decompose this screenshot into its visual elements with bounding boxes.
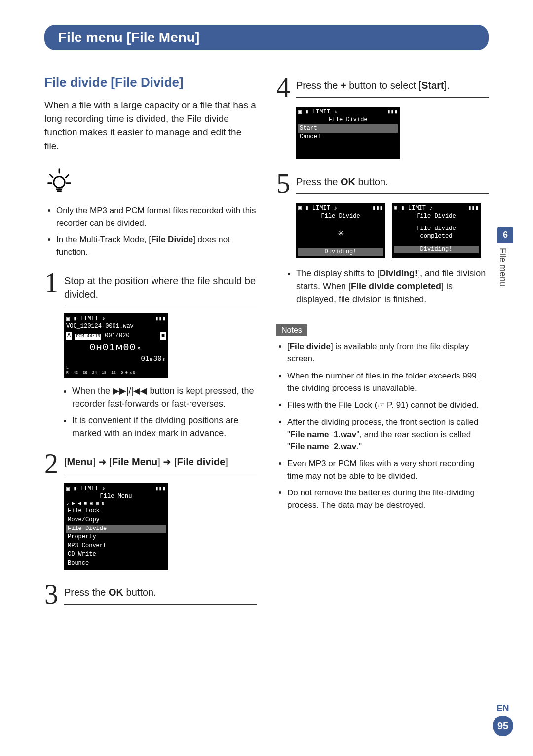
notes-list: [File divide] is available only from the…: [276, 341, 489, 512]
section-title: File divide [File Divide]: [44, 75, 257, 90]
lcd-menu-title: File Divide: [394, 213, 479, 221]
intro-paragraph: When a file with a large capacity or a f…: [44, 98, 257, 152]
step-text: Stop at the position where the file shou…: [64, 274, 257, 301]
battery-icon: ▮▮▮: [387, 109, 398, 116]
step-number: 4: [276, 75, 290, 100]
step-text: [Menu] ➜ [File Menu] ➜ [File divide]: [64, 455, 257, 469]
step-rule: [64, 306, 257, 306]
side-tab: 6 File menu: [497, 227, 513, 287]
lcd-screen-filedivide-select: ▣ ▮ LIMIT ♪▮▮▮ File Divide StartCancel: [296, 107, 400, 159]
language-label: EN: [493, 703, 513, 714]
lcd-menu-title: File Divide: [298, 116, 398, 124]
battery-icon: ▮▮▮: [155, 485, 166, 493]
note-item: After the dividing process, the front se…: [287, 416, 489, 453]
lcd-menu-item: Start: [298, 124, 398, 133]
chapter-number: 6: [497, 227, 513, 243]
lcd-status-text: Dividing!: [394, 246, 479, 254]
lightbulb-icon: [44, 166, 74, 196]
lcd-completed-msg: File divide completed: [394, 225, 479, 240]
step-1: 1 Stop at the position where the file sh…: [44, 270, 257, 306]
step-text: Press the OK button.: [64, 586, 257, 599]
notes-label: Notes: [276, 324, 307, 336]
lcd-menu-title: File Menu: [66, 493, 166, 501]
step1-notes: When the ▶▶|/|◀◀ button is kept pressed,…: [44, 384, 257, 440]
tip-item: In the Multi-Track Mode, [File Divide] d…: [56, 234, 257, 258]
lcd-status-icons: ▣ ▮ LIMIT ♪: [298, 205, 337, 213]
step-number: 3: [44, 582, 58, 606]
step-subnote: It is convenient if the dividing positio…: [72, 414, 257, 440]
lcd-playback-mode: A: [66, 332, 72, 340]
left-column: File divide [File Divide] When a file wi…: [44, 65, 257, 609]
step-2: 2 [Menu] ➜ [File Menu] ➜ [File divide]: [44, 452, 257, 476]
tip-item: Only the MP3 and PCM format files record…: [56, 205, 257, 229]
lcd-menu-item: File Lock: [66, 507, 166, 516]
lcd-status-icons: ▣ ▮ LIMIT ♪: [394, 205, 433, 213]
battery-icon: ▮▮▮: [155, 315, 166, 323]
step-text: Press the + button to select [Start].: [296, 79, 489, 92]
note-item: Even MP3 or PCM files with a very short …: [287, 458, 489, 482]
lcd-filename: VOC_120124-0001.wav: [66, 323, 166, 331]
step-number: 1: [44, 270, 58, 295]
side-chapter-label: File menu: [497, 248, 508, 287]
lcd-status-icons: ▣ ▮ LIMIT ♪: [66, 485, 105, 493]
step5-notes: The display shifts to [Dividing!], and f…: [276, 267, 489, 305]
lcd-screen-filemenu: ▣ ▮ LIMIT ♪▮▮▮ File Menu ♪ ▶ ◀ ■ ▣ ▦ ⇅ F…: [64, 483, 168, 569]
note-item: [File divide] is available only from the…: [287, 341, 489, 365]
note-item: When the number of files in the folder e…: [287, 370, 489, 394]
step-rule: [64, 474, 257, 474]
lcd-elapsed-time: 0ʜ01ᴍ00ₛ: [66, 341, 166, 354]
lcd-menu-item: MP3 Convert: [66, 542, 166, 551]
step-3: 3 Press the OK button.: [44, 582, 257, 606]
svg-point-0: [54, 177, 65, 188]
lcd-menu-item: CD Write: [66, 550, 166, 559]
step-number: 2: [44, 452, 58, 476]
lcd-screen-divide-completed: ▣ ▮ LIMIT ♪▮▮▮ File Divide File divide c…: [392, 203, 481, 258]
lcd-index: 001/020: [105, 332, 129, 339]
step-5: 5 Press the OK button.: [276, 171, 489, 196]
lcd-status-text: Dividing!: [298, 248, 383, 256]
tips-list: Only the MP3 and PCM format files record…: [44, 205, 257, 259]
lcd-screen-playback: ▣ ▮ LIMIT ♪▮▮▮ VOC_120124-0001.wav A PCM…: [64, 313, 168, 378]
lcd-menu-item: File Divide: [66, 525, 166, 533]
lcd-format-icon: PCM 44/16: [75, 334, 101, 340]
lcd-menu-item: Property: [66, 533, 166, 542]
note-item: Files with the File Lock (☞ P. 91) canno…: [287, 399, 489, 412]
lcd-status-icons: ▣ ▮ LIMIT ♪: [298, 109, 337, 116]
lcd-screen-dividing: ▣ ▮ LIMIT ♪▮▮▮ File Divide ✳ Dividing!: [296, 203, 385, 258]
step-rule: [296, 193, 489, 194]
page-number: 95: [493, 716, 513, 736]
battery-icon: ▮▮▮: [468, 205, 479, 213]
step-rule: [296, 97, 489, 98]
page-footer: EN 95: [493, 703, 513, 736]
lcd-menu-item: Cancel: [298, 133, 398, 142]
spinner-icon: ✳: [298, 227, 383, 241]
lcd-tab-icons: ♪ ▶ ◀ ■ ▣ ▦ ⇅: [66, 500, 105, 507]
lcd-stop-icon: ■: [160, 332, 166, 340]
lcd-status-icons: ▣ ▮ LIMIT ♪: [66, 315, 105, 323]
right-column: 4 Press the + button to select [Start]. …: [276, 65, 489, 609]
lcd-menu-title: File Divide: [298, 213, 383, 221]
step-subnote: When the ▶▶|/|◀◀ button is kept pressed,…: [72, 384, 257, 410]
lcd-menu-item: Move/Copy: [66, 516, 166, 525]
battery-icon: ▮▮▮: [372, 205, 383, 213]
lcd-level-meter: LR -42 -30 -24 -18 -12 -6 0 dB: [66, 365, 166, 376]
lcd-menu-item: Bounce: [66, 559, 166, 568]
page-banner: File menu [File Menu]: [44, 25, 489, 50]
step-4: 4 Press the + button to select [Start].: [276, 75, 489, 100]
step-subnote: The display shifts to [Dividing!], and f…: [296, 267, 489, 305]
step-text: Press the OK button.: [296, 175, 489, 189]
step-number: 5: [276, 171, 290, 196]
note-item: Do not remove the batteries during the f…: [287, 487, 489, 511]
lcd-total-time: 01ₘ30ₛ: [66, 354, 166, 363]
step-rule: [64, 604, 257, 605]
